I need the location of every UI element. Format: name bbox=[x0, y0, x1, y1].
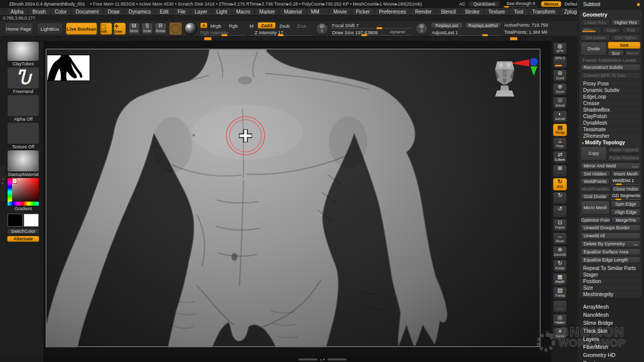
menu-item[interactable]: Layer bbox=[191, 9, 211, 15]
tray-button[interactable]: ⊥ Floor bbox=[553, 137, 567, 150]
menu-item[interactable]: Transform bbox=[529, 9, 558, 15]
insert-mesh-button[interactable]: Insert Mesh bbox=[611, 170, 641, 177]
menu-item[interactable]: Render bbox=[412, 9, 435, 15]
curve-mode-icon[interactable]: ◎D bbox=[416, 23, 428, 35]
tray-button[interactable]: ◐ AAHalf bbox=[553, 110, 567, 123]
menu-item[interactable]: Picker bbox=[352, 9, 373, 15]
optimize-point-button[interactable]: Optimize Point bbox=[581, 217, 610, 223]
current-brush-thumbnail[interactable] bbox=[7, 41, 39, 61]
m-button[interactable]: M bbox=[250, 23, 254, 29]
tray-button[interactable]: ↔ Move bbox=[553, 232, 567, 245]
menu-item[interactable]: Texture bbox=[485, 9, 509, 15]
left-tray-divider[interactable] bbox=[0, 166, 6, 201]
menu-item[interactable]: Brush bbox=[29, 9, 49, 15]
equalize-edge-length-button[interactable]: Equalize Edge Length bbox=[581, 256, 640, 263]
merge-tris-button[interactable]: MergeTris bbox=[611, 217, 641, 223]
palette-section-header[interactable]: Geometry HD bbox=[583, 351, 644, 359]
mirror-and-weld-button[interactable]: Mirror And Weld≡▾≡ bbox=[581, 162, 640, 169]
tray-button[interactable]: ⊞ Scroll bbox=[553, 69, 567, 82]
tray-button[interactable]: ⊡ Frame bbox=[553, 219, 567, 231]
freeze-subdivision-button[interactable]: Freeze SubDivision Levels bbox=[581, 57, 640, 64]
align-edge-button[interactable]: Align Edge bbox=[611, 209, 640, 216]
palette-section-header[interactable]: Preview bbox=[583, 359, 644, 362]
rotate-button[interactable]: RRotate bbox=[154, 23, 167, 35]
del-hidden-button[interactable]: Del Hidden bbox=[581, 170, 610, 177]
focal-shift-slider[interactable]: Focal Shift 7 bbox=[332, 23, 359, 28]
stroke-inventory-icon[interactable]: ◎S bbox=[316, 23, 328, 35]
menu-item[interactable]: Alpha bbox=[7, 9, 27, 15]
zcut-button[interactable]: Zcut bbox=[297, 23, 306, 29]
tray-button[interactable]: ⊙ Actual bbox=[553, 97, 567, 109]
mesh-from-brush-button[interactable]: MeshFromBrush bbox=[581, 186, 610, 192]
tray-button[interactable]: ↻ Rotate bbox=[553, 259, 567, 272]
unweld-all-button[interactable]: Unweld All bbox=[581, 232, 640, 239]
menu-item[interactable]: Preferences bbox=[375, 9, 410, 15]
weld-points-button[interactable]: WeldPoints bbox=[581, 178, 610, 185]
menu-item[interactable]: Dynamics bbox=[125, 9, 154, 15]
draw-size-slider[interactable]: Draw Size 197.63909 bbox=[332, 30, 378, 35]
weld-dist-slider[interactable]: WeldDist 1 bbox=[611, 178, 640, 185]
menu-item[interactable]: File bbox=[174, 9, 189, 15]
copy-button[interactable]: Copy bbox=[581, 146, 607, 160]
live-boolean-button[interactable]: Live Boolean bbox=[66, 23, 97, 35]
menus-button[interactable]: Menus bbox=[541, 1, 561, 7]
menu-item[interactable]: Marker bbox=[256, 9, 278, 15]
replay-last-rel-button[interactable]: ReplayLastRel bbox=[465, 22, 501, 29]
geometry-section-header[interactable]: Geometry bbox=[581, 11, 640, 19]
quicksave-button[interactable]: QuickSave bbox=[468, 1, 501, 7]
main-color-swatch[interactable] bbox=[8, 214, 23, 227]
dynamic-label[interactable]: Dynamic bbox=[390, 30, 406, 34]
menu-item[interactable]: Draw bbox=[104, 9, 123, 15]
lightbox-button[interactable]: LightBox bbox=[37, 23, 63, 35]
tray-button[interactable]: ⊠ bbox=[553, 164, 567, 177]
cage-button[interactable]: Cage bbox=[602, 27, 621, 33]
menu-item[interactable]: MM Lights bbox=[307, 9, 328, 15]
tray-button[interactable]: ▧ Transp bbox=[553, 287, 567, 299]
move-button[interactable]: MMove bbox=[128, 23, 140, 35]
axis-toggle-icons[interactable]: ▪▾▪ bbox=[633, 242, 638, 248]
color-picker-cursor[interactable] bbox=[13, 179, 17, 183]
see-through-slider[interactable]: See-through 0 bbox=[503, 1, 538, 7]
lower-res-button[interactable]: Lower Res bbox=[581, 19, 610, 26]
grid-divide-button[interactable]: Grid Divide bbox=[581, 193, 609, 200]
tray-button[interactable]: ▦ PolyF Line Fill bbox=[553, 273, 567, 286]
del-lower-button[interactable]: Del Lower bbox=[581, 34, 610, 41]
color-picker[interactable] bbox=[7, 177, 39, 206]
divide-button[interactable]: Divide bbox=[581, 42, 607, 56]
document-preview-thumbnail[interactable] bbox=[47, 55, 90, 81]
palette-section-header[interactable]: Slime Bridge bbox=[583, 319, 644, 327]
adjust-last-slider[interactable]: AdjustLast 1 bbox=[432, 30, 458, 35]
geometry-subsection[interactable]: Position bbox=[581, 278, 640, 284]
reuv-button[interactable]: ReUV bbox=[625, 50, 641, 56]
home-page-button[interactable]: Home Page bbox=[4, 23, 33, 35]
close-holes-button[interactable]: Close Holes bbox=[611, 186, 641, 192]
material-thumbnail[interactable] bbox=[7, 150, 39, 172]
alternate-button[interactable]: Alternate bbox=[7, 236, 39, 242]
current-stroke-thumbnail[interactable]: Ⴠ bbox=[7, 67, 39, 89]
document-canvas[interactable] bbox=[43, 41, 551, 356]
palette-section-header[interactable]: NanoMesh bbox=[583, 311, 644, 319]
geometry-subsection[interactable]: Crease bbox=[581, 100, 640, 106]
geometry-subsection[interactable]: MeshIntegrity bbox=[581, 291, 640, 297]
del-higher-button[interactable]: Del Higher bbox=[611, 34, 641, 41]
secondary-color-swatch[interactable] bbox=[24, 214, 39, 227]
tray-button[interactable]: ◌ Ghost bbox=[553, 300, 567, 313]
rstr-button[interactable]: Rstr bbox=[622, 27, 640, 33]
tray-button[interactable]: ⊕ Zoom bbox=[553, 83, 567, 96]
paste-replace-button[interactable]: Paste Replace bbox=[608, 154, 640, 161]
delete-by-symmetry-button[interactable]: Delete By Symmetry▪▾▪ bbox=[581, 240, 640, 247]
edit-button[interactable]: ⬚Edit bbox=[100, 23, 112, 35]
switch-color-button[interactable]: SwitchColor bbox=[7, 228, 39, 234]
menu-item[interactable]: Stroke bbox=[461, 9, 483, 15]
color-swatch-a[interactable]: A bbox=[200, 23, 207, 28]
geometry-subsection[interactable]: Tessimate bbox=[581, 126, 640, 132]
modify-topology-header[interactable]: ●Modify Topology bbox=[581, 139, 640, 146]
tray-button[interactable]: ⊕ Zoom3D bbox=[553, 246, 567, 258]
geometry-subsection[interactable]: Stager bbox=[581, 271, 640, 278]
zsub-button[interactable]: Zsub bbox=[279, 23, 290, 29]
camview-head-widget[interactable] bbox=[493, 58, 516, 99]
geometry-subsection[interactable]: Proxy Pose bbox=[581, 80, 640, 86]
menu-item[interactable]: Material bbox=[280, 9, 305, 15]
menu-item[interactable]: Macro bbox=[233, 9, 254, 15]
reconstruct-subdiv-button[interactable]: Reconstruct Subdiv bbox=[581, 64, 640, 71]
